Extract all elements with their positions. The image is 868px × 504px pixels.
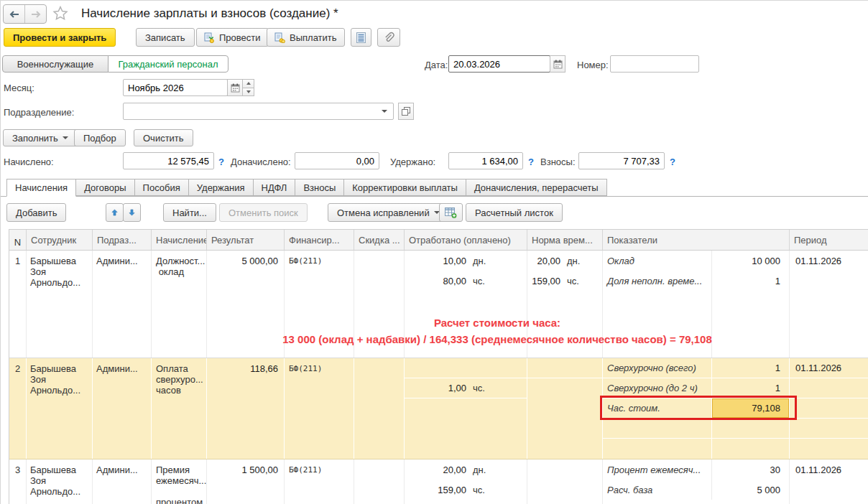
page-title: Начисление зарплаты и взносов (создание)… bbox=[81, 6, 338, 21]
contributions-input[interactable]: 7 707,33 bbox=[578, 152, 665, 169]
result-cell: 1 500,00 bbox=[207, 459, 285, 504]
indicator-name: Процент ежемесяч... bbox=[603, 459, 712, 480]
fill-button[interactable]: Заполнить bbox=[3, 129, 78, 146]
pay-slip-button[interactable]: Расчетный листок bbox=[466, 203, 563, 222]
col-header-worked[interactable]: Отработано (оплачено) bbox=[405, 230, 527, 250]
col-header-accrual[interactable]: Начисление bbox=[152, 230, 207, 250]
col-header-n[interactable]: N bbox=[9, 230, 27, 250]
period-value: 01.11.2026 bbox=[790, 358, 868, 378]
indicator-name: Расч. база bbox=[603, 480, 712, 500]
attachments-button[interactable] bbox=[377, 28, 400, 47]
department-open-button[interactable] bbox=[398, 103, 414, 120]
worked-unit: чс. bbox=[473, 276, 485, 286]
indicator-value-highlighted[interactable]: 79,108 bbox=[712, 398, 789, 418]
department-field-group bbox=[123, 103, 414, 120]
additional-label: Доначислено: bbox=[231, 157, 291, 167]
financing-cell: БФ(211) bbox=[285, 459, 354, 504]
month-calendar-button[interactable] bbox=[227, 79, 243, 96]
pay-coins-icon bbox=[274, 32, 285, 43]
post-and-close-button[interactable]: Провести и закрыть bbox=[4, 28, 116, 47]
cancel-search-button[interactable]: Отменить поиск bbox=[219, 203, 308, 222]
norm-cell bbox=[527, 459, 603, 504]
tab-deductions[interactable]: Удержания bbox=[188, 179, 254, 196]
indicator-name: Доля неполн. време... bbox=[603, 271, 712, 291]
col-header-norm[interactable]: Норма врем... bbox=[527, 230, 603, 250]
period-cell: 01.11.2026 bbox=[790, 459, 868, 504]
tab-ndfl[interactable]: НДФЛ bbox=[253, 179, 296, 196]
row-number: 1 bbox=[9, 251, 27, 358]
worked-cell: 20,00дн. 159,00чс. bbox=[405, 459, 527, 504]
pick-button[interactable]: Подбор bbox=[74, 129, 126, 146]
discount-cell bbox=[354, 459, 405, 504]
accrued-input[interactable]: 12 575,45 bbox=[123, 152, 214, 169]
month-input[interactable]: Ноябрь 2026 bbox=[123, 79, 228, 96]
norm-cell bbox=[527, 358, 603, 459]
post-document-icon bbox=[204, 32, 215, 43]
additional-input[interactable]: 0,00 bbox=[295, 152, 379, 169]
tab-benefits[interactable]: Пособия bbox=[134, 179, 189, 196]
col-header-employee[interactable]: Сотрудник bbox=[27, 230, 93, 250]
triangle-up-icon bbox=[246, 82, 251, 85]
indicator-name bbox=[603, 439, 712, 459]
department-cell: Админи... bbox=[93, 358, 152, 459]
favorite-star-icon[interactable] bbox=[52, 6, 68, 21]
period-value bbox=[790, 398, 868, 419]
withheld-value: 1 634,00 bbox=[453, 156, 518, 167]
triangle-down-icon bbox=[246, 90, 251, 93]
period-cell: 01.11.2026 bbox=[790, 358, 868, 459]
month-field-group: Ноябрь 2026 bbox=[123, 79, 254, 96]
add-row-button[interactable]: Добавить bbox=[6, 203, 66, 222]
indicator-name bbox=[603, 419, 712, 438]
month-spinner bbox=[242, 79, 254, 96]
department-input[interactable] bbox=[123, 103, 394, 120]
tab-civil-personnel[interactable]: Гражданский персонал bbox=[108, 55, 228, 73]
find-button[interactable]: Найти... bbox=[163, 203, 216, 222]
indicator-value: 10 000 bbox=[712, 251, 789, 271]
spinner-down-button[interactable] bbox=[242, 88, 254, 97]
post-button[interactable]: Провести bbox=[196, 28, 269, 47]
tab-contributions[interactable]: Взносы bbox=[295, 179, 344, 196]
clear-button[interactable]: Очистить bbox=[134, 129, 193, 146]
col-header-department[interactable]: Подраз... bbox=[93, 230, 152, 250]
table-row[interactable]: 2 Барышева Зоя Арнольдо... Админи... Опл… bbox=[9, 358, 868, 459]
undo-corrections-button[interactable]: Отмена исправлений bbox=[328, 203, 449, 222]
pay-button[interactable]: Выплатить bbox=[267, 28, 345, 47]
date-input[interactable]: 20.03.2026 bbox=[448, 55, 550, 73]
indicator-value: 1 bbox=[712, 271, 789, 291]
date-label: Дата: bbox=[425, 60, 448, 70]
row-number: 2 bbox=[9, 358, 27, 459]
move-up-button[interactable] bbox=[106, 203, 124, 222]
col-header-indicators[interactable]: Показатели bbox=[603, 230, 790, 250]
hour-cost-annotation: Расчет стоимости часа: 13 000 (оклад + н… bbox=[131, 314, 863, 347]
tab-recalculations[interactable]: Доначисления, перерасчеты bbox=[466, 179, 607, 196]
help-icon[interactable]: ? bbox=[528, 157, 534, 167]
help-icon[interactable]: ? bbox=[218, 157, 224, 167]
indicator-value: 30 bbox=[712, 459, 789, 480]
norm-unit: дн. bbox=[567, 256, 580, 266]
withheld-input[interactable]: 1 634,00 bbox=[448, 152, 523, 169]
dropdown-caret-icon[interactable] bbox=[382, 110, 387, 113]
col-header-financing[interactable]: Финансир... bbox=[285, 230, 354, 250]
tab-payment-corrections[interactable]: Корректировки выплаты bbox=[343, 179, 466, 196]
table-row[interactable]: 3 Барышева Зоя Арнольдо... Админи... Пре… bbox=[9, 459, 868, 504]
tab-military[interactable]: Военнослужащие bbox=[2, 55, 108, 73]
move-down-button[interactable] bbox=[123, 203, 141, 222]
forward-button[interactable] bbox=[25, 5, 46, 23]
number-input[interactable] bbox=[610, 55, 699, 73]
table-row[interactable]: 1 Барышева Зоя Арнольдо... Админи... Дол… bbox=[9, 251, 868, 358]
add-table-column-button[interactable] bbox=[439, 203, 463, 222]
employee-cell: Барышева Зоя Арнольдо... bbox=[27, 459, 93, 504]
help-icon[interactable]: ? bbox=[670, 157, 675, 167]
worked-value: 159,00 bbox=[405, 485, 466, 495]
date-calendar-button[interactable] bbox=[550, 55, 565, 73]
write-button[interactable]: Записать bbox=[136, 28, 195, 47]
back-button[interactable] bbox=[4, 5, 25, 23]
indicator-value: 1 bbox=[712, 378, 789, 398]
col-header-result[interactable]: Результат bbox=[207, 230, 285, 250]
col-header-discount[interactable]: Скидка ... bbox=[354, 230, 405, 250]
tab-accruals[interactable]: Начисления bbox=[6, 179, 76, 197]
tab-contracts[interactable]: Договоры bbox=[75, 179, 134, 196]
report-structure-button[interactable] bbox=[351, 28, 371, 47]
col-header-period[interactable]: Период bbox=[790, 230, 868, 250]
period-value bbox=[790, 271, 868, 291]
